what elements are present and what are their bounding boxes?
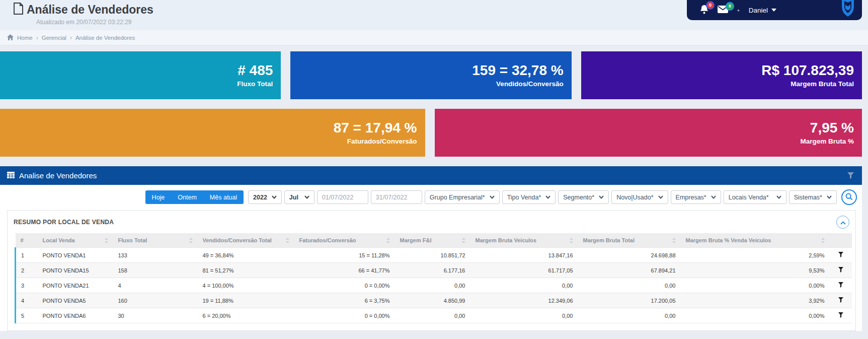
cell-local-venda: PONTO VENDA6	[38, 308, 113, 323]
quick-filter-hoje[interactable]: Hoje	[145, 190, 172, 204]
user-name-label: Daniel	[749, 7, 768, 14]
col-header-margem-bruta-veiculos[interactable]: Margem Bruta Veículos	[470, 233, 578, 248]
breadcrumb-item-gerencial[interactable]: Gerencial	[42, 35, 66, 41]
kpi-card-faturados-conversao: 87 = 17,94 % Faturados/Conversão	[0, 109, 425, 157]
col-label: Fluxo Total	[118, 237, 147, 243]
cell-margem-bruta-pct: 0,00%	[681, 308, 830, 323]
cell-faturados-conversao: 0 = 0,00%	[294, 308, 395, 323]
col-header-margem-fi[interactable]: Margem F&I	[395, 233, 470, 248]
quick-filter-ontem[interactable]: Ontem	[171, 190, 203, 204]
page-title: Análise de Vendedores	[27, 3, 153, 17]
sort-icon	[570, 238, 573, 243]
col-header-margem-bruta-total[interactable]: Margem Bruta Total	[578, 233, 681, 248]
select-value: Segmento*	[563, 194, 594, 201]
cell-local-venda: PONTO VENDA5	[38, 293, 113, 308]
cell-margem-fi: 10.851,72	[395, 248, 470, 263]
table-row: 5 PONTO VENDA6 30 6 = 20,00% 0 = 0,00% 0…	[16, 308, 852, 323]
cell-local-venda: PONTO VENDA21	[38, 278, 113, 293]
col-header-row-filter	[830, 233, 852, 248]
table-row: 4 PONTO VENDA5 160 19 = 11,88% 6 = 3,75%…	[16, 293, 852, 308]
sistemas-select[interactable]: Sistemas*	[789, 190, 837, 204]
cell-margem-fi: 6.177,16	[395, 263, 470, 278]
kpi-label: Margem Bruta %	[800, 138, 854, 145]
cell-margem-bruta-total: 24.698,88	[578, 248, 681, 263]
analise-vendedores-panel: Analise de Vendedores Hoje Ontem Mês atu…	[0, 166, 862, 331]
resumo-title: RESUMO POR LOCAL DE VENDA	[14, 219, 114, 226]
year-select[interactable]: 2022	[248, 190, 282, 204]
cell-faturados-conversao: 15 = 11,28%	[294, 248, 395, 263]
messages-badge: 0	[726, 2, 734, 11]
collapse-button[interactable]	[836, 216, 849, 229]
sort-icon	[672, 238, 676, 243]
segmento-select[interactable]: Segmento*	[558, 190, 609, 204]
novo-usado-select[interactable]: Novo|Usado*	[611, 190, 668, 204]
empresas-select[interactable]: Empresas*	[671, 190, 721, 204]
col-label: Margem F&I	[400, 237, 432, 243]
home-icon	[7, 34, 14, 41]
kpi-card-fluxo-total: # 485 Fluxo Total	[0, 51, 281, 99]
col-label: Local Venda	[43, 237, 75, 243]
cell-fluxo-total: 30	[113, 308, 198, 323]
cell-margem-bruta-veiculos: 13.847,16	[470, 248, 578, 263]
cell-vendidos-conversao: 4 = 100,00%	[198, 278, 294, 293]
year-select-value: 2022	[253, 194, 267, 201]
cell-vendidos-conversao: 81 = 51,27%	[198, 263, 294, 278]
row-filter-icon[interactable]	[838, 267, 843, 273]
main-content: # 485 Fluxo Total 159 = 32,78 % Vendidos…	[0, 45, 868, 331]
cell-margem-bruta-total: 0,00	[578, 308, 681, 323]
row-filter-icon[interactable]	[838, 312, 843, 318]
col-label: Vendidos/Conversão Total	[203, 237, 272, 243]
cell-margem-bruta-total: 17.200,05	[578, 293, 681, 308]
cell-margem-bruta-pct: 3,92%	[681, 293, 830, 308]
row-filter-icon[interactable]	[838, 282, 843, 288]
messages-button[interactable]: 0	[718, 6, 728, 15]
cell-fluxo-total: 160	[113, 293, 198, 308]
date-to-input[interactable]	[371, 190, 422, 204]
user-menu[interactable]: Daniel	[749, 7, 776, 14]
col-header-fluxo-total[interactable]: Fluxo Total	[113, 233, 198, 248]
col-header-faturados-conversao[interactable]: Faturados/Conversão	[294, 233, 395, 248]
brand-logo-icon	[837, 0, 859, 21]
row-filter-icon[interactable]	[838, 252, 843, 257]
cell-faturados-conversao: 0 = 0,00%	[294, 278, 395, 293]
panel-filter-funnel-icon[interactable]	[847, 172, 854, 179]
grupo-empresarial-select[interactable]: Grupo Empresarial*	[425, 190, 500, 204]
date-from-input[interactable]	[317, 190, 368, 204]
breadcrumb-item-home[interactable]: Home	[17, 35, 33, 41]
sort-icon	[386, 238, 390, 243]
kpi-row-2: 87 = 17,94 % Faturados/Conversão 7,95 % …	[0, 109, 862, 157]
kpi-label: Margem Bruta Total	[791, 80, 854, 88]
select-value: Grupo Empresarial*	[430, 194, 485, 201]
row-filter-icon[interactable]	[838, 297, 843, 303]
cell-index: 4	[16, 293, 38, 308]
kpi-value: 7,95 %	[810, 120, 854, 136]
cell-margem-bruta-total: 67.894,21	[578, 263, 681, 278]
col-header-margem-bruta-pct-venda[interactable]: Margem Bruta % Venda Veículos	[681, 233, 830, 248]
kpi-card-margem-bruta-total: R$ 107.823,39 Margem Bruta Total	[581, 51, 862, 99]
col-header-index[interactable]: #	[16, 233, 38, 248]
kpi-card-margem-bruta-pct: 7,95 % Margem Bruta %	[435, 109, 862, 157]
col-header-local-venda[interactable]: Local Venda	[38, 233, 113, 248]
cell-margem-bruta-veiculos: 12.349,06	[470, 293, 578, 308]
cell-fluxo-total: 4	[113, 278, 198, 293]
cell-local-venda: PONTO VENDA1	[38, 248, 113, 263]
quick-filter-group: Hoje Ontem Mês atual	[145, 190, 244, 204]
quick-filter-mes-atual[interactable]: Mês atual	[203, 190, 244, 204]
locais-venda-select[interactable]: Locais Venda*	[724, 190, 786, 204]
cell-index: 3	[16, 278, 38, 293]
tipo-venda-select[interactable]: Tipo Venda*	[502, 190, 556, 204]
notifications-button[interactable]: 0	[700, 5, 708, 16]
cell-margem-fi: 4.850,99	[395, 293, 470, 308]
col-header-vendidos-conversao[interactable]: Vendidos/Conversão Total	[198, 233, 294, 248]
kpi-value: R$ 107.823,39	[761, 63, 854, 79]
select-value: Novo|Usado*	[616, 194, 653, 201]
cell-margem-bruta-pct: 2,59%	[681, 248, 830, 263]
cell-index: 5	[16, 308, 38, 323]
cell-margem-bruta-pct: 9,53%	[681, 263, 830, 278]
cell-fluxo-total: 158	[113, 263, 198, 278]
col-label: #	[21, 237, 24, 243]
chevron-down-icon	[711, 195, 716, 199]
month-select[interactable]: Jul	[284, 190, 314, 204]
chevron-up-icon	[840, 219, 846, 226]
search-button[interactable]	[841, 189, 857, 205]
